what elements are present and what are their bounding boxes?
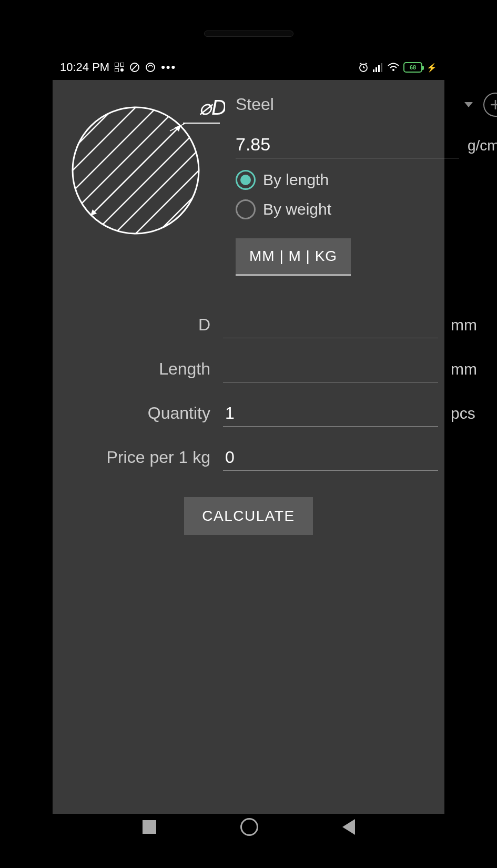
- material-selected-label: Steel: [236, 95, 274, 114]
- radio-unselected-icon: [236, 199, 256, 219]
- chevron-down-icon: [464, 102, 473, 107]
- nav-home-button[interactable]: [240, 818, 258, 836]
- units-button[interactable]: MM | M | KG: [236, 238, 351, 276]
- nav-back-button[interactable]: [342, 819, 355, 835]
- svg-point-16: [392, 69, 394, 71]
- quantity-input[interactable]: [223, 401, 438, 427]
- svg-rect-12: [373, 69, 374, 72]
- radio-by-length-label: By length: [263, 171, 329, 189]
- svg-rect-1: [120, 63, 124, 66]
- radio-by-weight[interactable]: By weight: [236, 199, 497, 219]
- dnd-icon: [129, 62, 140, 73]
- more-icon: •••: [161, 60, 176, 74]
- quantity-unit-label: pcs: [451, 405, 497, 422]
- radio-selected-icon: [236, 170, 256, 190]
- svg-rect-14: [378, 65, 380, 72]
- signal-icon: [373, 63, 383, 72]
- battery-icon: 68: [403, 62, 422, 73]
- navigation-bar: [41, 811, 456, 843]
- svg-line-27: [99, 123, 225, 239]
- svg-line-10: [360, 63, 361, 64]
- radio-by-length[interactable]: By length: [236, 170, 497, 190]
- length-input[interactable]: [223, 357, 438, 382]
- svg-point-3: [120, 68, 124, 72]
- alarm-icon: [358, 62, 369, 73]
- phone-speaker: [204, 31, 293, 37]
- svg-rect-0: [115, 63, 118, 66]
- nav-recents-button[interactable]: [143, 820, 156, 834]
- calculate-button[interactable]: CALCULATE: [184, 497, 312, 535]
- sync-icon: [145, 62, 156, 73]
- length-label: Length: [84, 359, 210, 379]
- wifi-icon: [388, 63, 399, 72]
- grid-icon: [115, 63, 124, 72]
- material-dropdown[interactable]: Steel: [236, 92, 477, 117]
- d-label: D: [84, 315, 210, 335]
- svg-rect-15: [381, 63, 382, 72]
- quantity-label: Quantity: [84, 403, 210, 423]
- svg-line-29: [67, 92, 204, 228]
- svg-rect-13: [376, 67, 377, 72]
- length-unit-dropdown[interactable]: mm: [451, 360, 497, 378]
- density-unit-label: g/cm3: [468, 137, 497, 154]
- status-bar: 10:24 PM ••• 68 ⚡: [53, 57, 444, 78]
- price-input[interactable]: [223, 446, 438, 471]
- svg-line-11: [366, 63, 367, 64]
- plus-icon: [489, 98, 497, 111]
- shape-diagram: ⌀D: [67, 92, 225, 239]
- price-label: Price per 1 kg: [84, 448, 210, 467]
- d-unit-label: mm: [451, 316, 497, 334]
- add-material-button[interactable]: [483, 93, 497, 117]
- svg-line-33: [93, 127, 179, 214]
- svg-line-5: [132, 65, 137, 70]
- app-content: ⌀D: [53, 80, 444, 814]
- radio-by-weight-label: By weight: [263, 200, 331, 218]
- svg-text:⌀D: ⌀D: [199, 96, 225, 119]
- svg-point-6: [146, 63, 155, 72]
- status-time: 10:24 PM: [60, 60, 109, 74]
- charging-icon: ⚡: [427, 63, 437, 73]
- density-input[interactable]: [236, 131, 459, 158]
- svg-rect-2: [115, 68, 118, 72]
- d-input[interactable]: [223, 313, 438, 338]
